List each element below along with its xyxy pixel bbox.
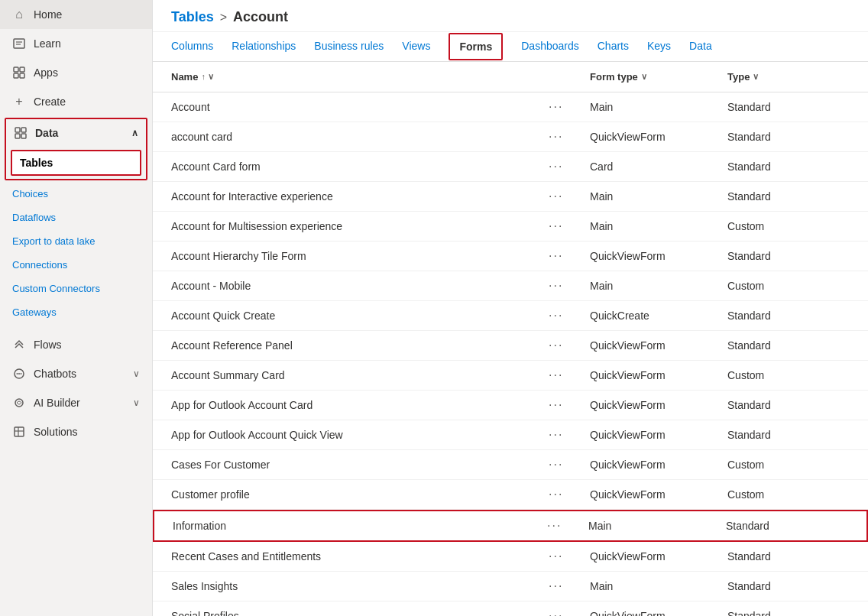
sidebar-item-create[interactable]: + Create: [0, 87, 152, 116]
table-row[interactable]: Social Profiles ··· QuickViewForm Standa…: [153, 601, 868, 616]
tabs-bar: Columns Relationships Business rules Vie…: [153, 32, 868, 62]
table-row[interactable]: Account Summary Card ··· QuickViewForm C…: [153, 361, 868, 391]
tab-columns[interactable]: Columns: [171, 32, 213, 61]
row-name: Account Reference Panel: [171, 339, 544, 352]
sidebar-item-export[interactable]: Export to data lake: [0, 229, 152, 253]
table-row[interactable]: account card ··· QuickViewForm Standard: [153, 122, 868, 152]
row-more-button[interactable]: ···: [544, 397, 568, 413]
solutions-icon: [12, 425, 26, 439]
row-name: account card: [171, 131, 544, 143]
row-type: Standard: [727, 160, 850, 173]
row-more-button[interactable]: ···: [544, 548, 568, 565]
sidebar-item-label: Solutions: [34, 426, 78, 438]
sidebar-item-tables[interactable]: Tables: [11, 150, 141, 176]
row-formtype: QuickViewForm: [590, 399, 727, 411]
table-row[interactable]: Cases For Customer ··· QuickViewForm Cus…: [153, 450, 868, 480]
row-type: Standard: [727, 339, 850, 352]
table-row[interactable]: Sales Insights ··· Main Standard: [153, 572, 868, 601]
table-row[interactable]: Customer profile ··· QuickViewForm Custo…: [153, 480, 868, 510]
table-row[interactable]: Account for Multisession experience ··· …: [153, 212, 868, 242]
create-icon: +: [12, 95, 26, 109]
row-dots: ···: [544, 307, 590, 324]
row-more-button[interactable]: ···: [544, 307, 568, 324]
sidebar-item-apps[interactable]: Apps: [0, 58, 152, 87]
data-header[interactable]: Data ∧: [6, 119, 146, 147]
row-dots: ···: [544, 128, 590, 145]
col-header-formtype[interactable]: Form type ∨: [590, 71, 727, 83]
row-more-button[interactable]: ···: [544, 486, 568, 503]
sidebar-item-connections[interactable]: Connections: [0, 253, 152, 277]
row-dots: ···: [544, 426, 590, 443]
row-formtype: Main: [588, 520, 726, 532]
tab-business-rules[interactable]: Business rules: [314, 32, 384, 61]
row-more-button[interactable]: ···: [544, 608, 568, 616]
ai-builder-icon: [12, 396, 26, 410]
row-more-button[interactable]: ···: [544, 337, 568, 354]
table-row[interactable]: App for Outlook Account Quick View ··· Q…: [153, 420, 868, 450]
sidebar-item-label: Learn: [34, 37, 61, 50]
row-more-button[interactable]: ···: [544, 248, 568, 264]
table-row[interactable]: Account Hierarchy Tile Form ··· QuickVie…: [153, 242, 868, 271]
row-more-button[interactable]: ···: [544, 99, 568, 115]
row-more-button[interactable]: ···: [544, 218, 568, 235]
row-more-button[interactable]: ···: [544, 426, 568, 443]
table-body: Account ··· Main Standard account card ·…: [153, 92, 868, 616]
tab-relationships[interactable]: Relationships: [232, 32, 296, 61]
sidebar-item-home[interactable]: ⌂ Home: [0, 0, 152, 29]
sidebar-item-label: Flows: [34, 339, 62, 351]
breadcrumb-tables-link[interactable]: Tables: [171, 9, 214, 25]
row-more-button[interactable]: ···: [544, 456, 568, 473]
sidebar-item-flows[interactable]: Flows: [0, 330, 152, 359]
table-row[interactable]: App for Outlook Account Card ··· QuickVi…: [153, 391, 868, 420]
row-more-button[interactable]: ···: [544, 578, 568, 595]
sidebar-item-dataflows[interactable]: Dataflows: [0, 206, 152, 229]
svg-rect-9: [15, 134, 20, 138]
svg-point-13: [18, 373, 20, 374]
table-row[interactable]: Account Reference Panel ··· QuickViewFor…: [153, 331, 868, 361]
row-formtype: QuickViewForm: [590, 131, 727, 143]
sidebar-item-learn[interactable]: Learn: [0, 29, 152, 58]
row-more-button[interactable]: ···: [542, 517, 566, 534]
row-more-button[interactable]: ···: [544, 158, 568, 175]
row-dots: ···: [544, 218, 590, 235]
table-row[interactable]: Account Card form ··· Card Standard: [153, 152, 868, 182]
data-section: Data ∧ Tables: [5, 118, 147, 180]
sidebar-item-ai-builder[interactable]: AI Builder ∨: [0, 388, 152, 417]
row-more-button[interactable]: ···: [544, 367, 568, 384]
row-formtype: Main: [590, 220, 727, 232]
row-name: Sales Insights: [171, 580, 544, 592]
formtype-sort-icon: ∨: [641, 72, 647, 82]
row-more-button[interactable]: ···: [544, 277, 568, 294]
row-dots: ···: [544, 367, 590, 384]
row-more-button[interactable]: ···: [544, 188, 568, 205]
row-name: Account Quick Create: [171, 310, 544, 322]
table-row[interactable]: Account for Interactive experience ··· M…: [153, 182, 868, 212]
table-row[interactable]: Account Quick Create ··· QuickCreate Sta…: [153, 301, 868, 331]
tab-keys[interactable]: Keys: [647, 32, 671, 61]
sidebar-item-custom-connectors[interactable]: Custom Connectors: [0, 277, 152, 300]
table-row[interactable]: Account - Mobile ··· Main Custom: [153, 271, 868, 301]
sidebar-item-choices[interactable]: Choices: [0, 182, 152, 206]
sidebar-item-gateways[interactable]: Gateways: [0, 300, 152, 324]
table-row[interactable]: Recent Cases and Entitlements ··· QuickV…: [153, 542, 868, 572]
tab-forms[interactable]: Forms: [449, 33, 503, 60]
name-sort-icon: ↑ ∨: [201, 72, 214, 82]
sidebar-item-solutions[interactable]: Solutions: [0, 417, 152, 446]
row-dots: ···: [544, 397, 590, 413]
sidebar-item-label: AI Builder: [34, 397, 80, 409]
data-label: Data: [35, 127, 58, 139]
table-row[interactable]: Account ··· Main Standard: [153, 92, 868, 122]
tab-views[interactable]: Views: [402, 32, 430, 61]
row-dots: ···: [544, 337, 590, 354]
col-header-type[interactable]: Type ∨: [727, 71, 850, 83]
row-dots: ···: [542, 517, 588, 534]
table-row[interactable]: Information ··· Main Standard: [153, 510, 868, 542]
sidebar-item-chatbots[interactable]: Chatbots ∨: [0, 359, 152, 388]
tab-charts[interactable]: Charts: [598, 32, 629, 61]
tab-data[interactable]: Data: [689, 32, 712, 61]
svg-point-12: [17, 373, 18, 374]
col-header-name[interactable]: Name ↑ ∨: [171, 71, 544, 83]
breadcrumb: Tables > Account: [153, 0, 868, 32]
tab-dashboards[interactable]: Dashboards: [521, 32, 579, 61]
row-more-button[interactable]: ···: [544, 128, 568, 145]
